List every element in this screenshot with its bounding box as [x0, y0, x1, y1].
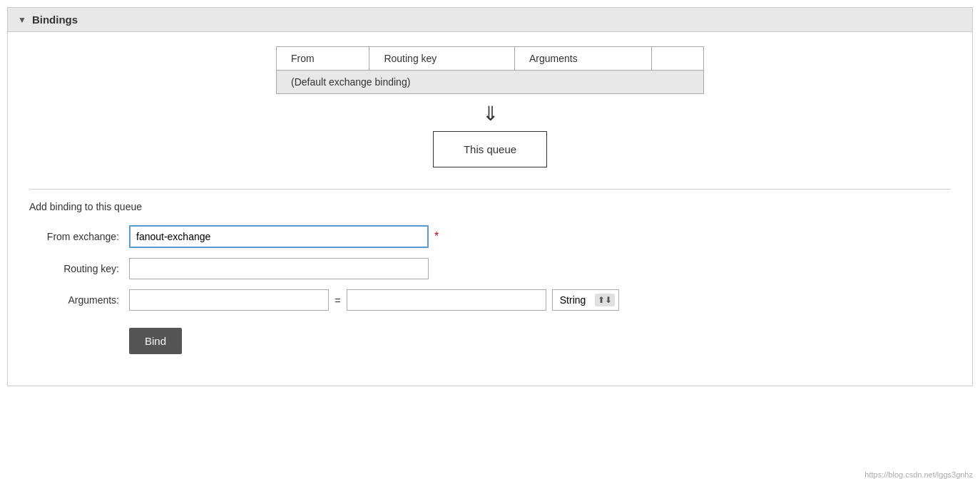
required-star: *: [434, 230, 439, 243]
bindings-table-wrapper: From Routing key Arguments (Default exch…: [29, 46, 951, 94]
arguments-inputs: = String Number Boolean List ⬆⬇: [129, 289, 619, 311]
bindings-table: From Routing key Arguments (Default exch…: [276, 46, 704, 94]
arguments-key-input[interactable]: [129, 289, 329, 311]
queue-box: This queue: [433, 131, 547, 167]
queue-box-wrapper: This queue: [29, 131, 951, 167]
equals-sign: =: [335, 294, 341, 306]
from-exchange-label: From exchange:: [29, 231, 129, 242]
bind-button-row: Bind: [29, 321, 951, 354]
collapse-icon[interactable]: ▼: [18, 15, 26, 25]
table-row: (Default exchange binding): [277, 71, 704, 94]
from-exchange-input[interactable]: [129, 225, 429, 248]
arguments-row: Arguments: = String Number Boolean List …: [29, 289, 951, 311]
col-routing-key: Routing key: [369, 47, 515, 71]
bindings-header: ▼ Bindings: [8, 8, 972, 32]
bindings-title: Bindings: [32, 14, 78, 26]
watermark: https://blog.csdn.net/lggs3gnhz: [864, 470, 973, 479]
bindings-body: From Routing key Arguments (Default exch…: [8, 32, 972, 386]
add-binding-section: Add binding to this queue From exchange:…: [29, 189, 951, 354]
arrow-wrapper: ⇓: [29, 104, 951, 124]
type-select[interactable]: String Number Boolean List: [552, 289, 619, 311]
routing-key-row: Routing key:: [29, 258, 951, 279]
col-actions: [652, 47, 704, 71]
routing-key-label: Routing key:: [29, 263, 129, 274]
bind-button[interactable]: Bind: [129, 328, 182, 354]
down-arrow-icon: ⇓: [482, 104, 499, 124]
add-binding-title: Add binding to this queue: [29, 201, 951, 212]
arguments-value-input[interactable]: [347, 289, 546, 311]
arguments-label: Arguments:: [29, 294, 129, 306]
col-from: From: [277, 47, 369, 71]
default-exchange-cell: (Default exchange binding): [277, 71, 704, 94]
queue-box-label: This queue: [464, 143, 516, 155]
col-arguments: Arguments: [514, 47, 651, 71]
routing-key-input[interactable]: [129, 258, 429, 279]
from-exchange-row: From exchange: *: [29, 225, 951, 248]
type-select-wrapper: String Number Boolean List ⬆⬇: [552, 289, 619, 311]
bindings-section: ▼ Bindings From Routing key Arguments (D…: [7, 7, 973, 386]
